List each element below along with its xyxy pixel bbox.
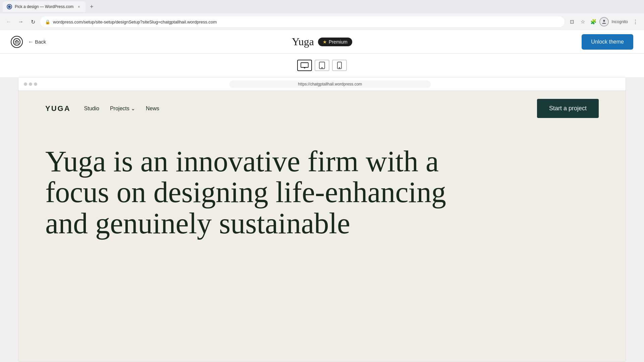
hero-line-1: Yuga is an innovative firm with a [45, 145, 439, 178]
tablet-device-btn[interactable] [315, 60, 329, 71]
back-btn[interactable]: ← Back [28, 39, 46, 45]
preview-dots [24, 82, 37, 86]
extension-btn[interactable]: 🧩 [589, 17, 598, 26]
hero-line-2: focus on designing life-enhancing [45, 176, 446, 208]
svg-point-9 [339, 67, 340, 68]
device-selector [0, 54, 644, 77]
profile-btn[interactable] [599, 17, 609, 26]
menu-btn[interactable]: ⋮ [631, 17, 640, 26]
hero-text: Yuga is an innovative firm with a focus … [45, 146, 599, 239]
reload-btn[interactable]: ↻ [28, 17, 38, 26]
new-tab-btn[interactable]: + [87, 2, 96, 11]
bookmark-btn[interactable]: ☆ [578, 17, 587, 26]
nav-item-news[interactable]: News [146, 106, 159, 112]
unlock-theme-btn[interactable]: Unlock theme [582, 34, 633, 50]
svg-point-1 [603, 20, 605, 22]
preview-dot-1 [24, 82, 27, 86]
nav-actions: ⊡ ☆ 🧩 Incognito ⋮ [567, 17, 640, 26]
yuga-hero: Yuga is an innovative firm with a focus … [18, 126, 626, 239]
tab-close-btn[interactable]: × [76, 4, 82, 9]
nav-item-studio[interactable]: Studio [84, 106, 99, 112]
address-text: wordpress.com/setup/site-setup/designSet… [53, 19, 560, 24]
back-nav-btn[interactable]: ← [4, 17, 13, 26]
preview-dot-3 [34, 82, 37, 86]
forward-nav-btn[interactable]: → [16, 17, 25, 26]
back-label: Back [35, 39, 46, 45]
lock-icon: 🔒 [45, 19, 50, 24]
active-tab[interactable]: Pick a design — WordPress.com × [3, 1, 86, 12]
desktop-device-btn[interactable] [297, 60, 312, 71]
header-center: Yuga ★ Premium [292, 36, 352, 48]
wp-app-bar: ← Back Yuga ★ Premium Unlock theme [0, 30, 644, 54]
preview-browser-bar: https://chatgptallhail.wordpress.com [18, 77, 626, 91]
theme-preview: YUGA Studio Projects ⌄ News Start a proj… [18, 91, 626, 362]
hero-line-3: and genuinely sustainable [45, 207, 350, 240]
preview-container: https://chatgptallhail.wordpress.com YUG… [18, 77, 626, 362]
address-bar[interactable]: 🔒 wordpress.com/setup/site-setup/designS… [40, 16, 565, 27]
preview-url-bar: https://chatgptallhail.wordpress.com [229, 80, 431, 88]
dropdown-chevron-icon: ⌄ [131, 105, 135, 112]
tab-favicon [7, 4, 12, 9]
browser-chrome: Pick a design — WordPress.com × + ← → ↻ … [0, 0, 644, 30]
mobile-device-btn[interactable] [332, 60, 347, 71]
back-arrow-icon: ← [28, 39, 34, 45]
browser-tabs: Pick a design — WordPress.com × + [0, 0, 644, 13]
theme-name: Yuga [292, 36, 314, 48]
yuga-site-logo: YUGA [45, 104, 71, 113]
cast-btn[interactable]: ⊡ [567, 17, 577, 26]
browser-nav: ← → ↻ 🔒 wordpress.com/setup/site-setup/d… [0, 13, 644, 30]
yuga-nav: YUGA Studio Projects ⌄ News Start a proj… [18, 91, 626, 126]
preview-url-text: https://chatgptallhail.wordpress.com [298, 82, 362, 86]
tab-title: Pick a design — WordPress.com [15, 4, 73, 9]
premium-label: Premium [329, 39, 347, 45]
wp-logo [11, 36, 23, 48]
start-project-btn[interactable]: Start a project [537, 99, 599, 118]
svg-rect-3 [301, 63, 308, 67]
star-icon: ★ [323, 39, 327, 45]
nav-item-projects[interactable]: Projects ⌄ [110, 105, 135, 112]
yuga-nav-list: Studio Projects ⌄ News [84, 105, 159, 112]
incognito-label: Incognito [611, 19, 628, 24]
premium-badge: ★ Premium [318, 38, 352, 46]
svg-point-7 [322, 67, 322, 68]
preview-dot-2 [29, 82, 32, 86]
